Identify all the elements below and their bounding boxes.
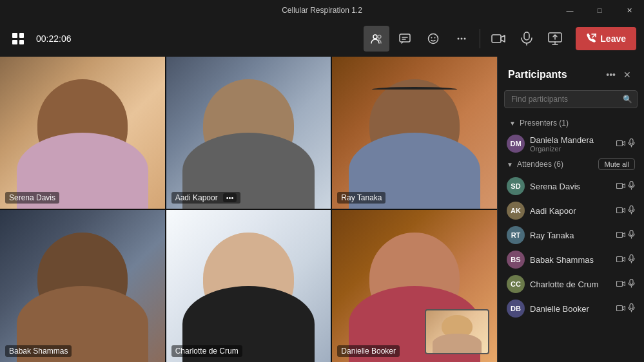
mic-icon-d: [628, 303, 635, 314]
mic-icon: [521, 32, 532, 46]
attendee-name-charlotte: Charlotte de Crum: [530, 280, 611, 289]
mic-icon-c: [628, 279, 635, 290]
svg-rect-34: [630, 138, 633, 144]
svg-rect-39: [617, 207, 623, 213]
video-cell-serena: Serena Davis: [0, 57, 165, 209]
divider: [480, 29, 480, 48]
share-button[interactable]: [542, 26, 568, 52]
leave-label: Leave: [600, 33, 626, 44]
avatar-ray: RT: [507, 226, 525, 244]
attendee-name-serena: Serena Davis: [530, 182, 611, 191]
chat-button[interactable]: [392, 26, 418, 52]
attendee-name-danielle: Danielle Booker: [530, 304, 611, 314]
top-bar: 00:22:06: [0, 21, 644, 57]
attendee-row-aadi[interactable]: AK Aadi Kapoor: [500, 198, 641, 223]
video-label-serena: Serena Davis: [5, 192, 59, 204]
svg-rect-12: [524, 32, 529, 40]
video-cell-babak: Babak Shammas: [0, 210, 165, 362]
minimize-button[interactable]: —: [555, 0, 585, 21]
cam-icon: [616, 139, 625, 149]
attendee-name-ray: Ray Tanaka: [530, 231, 611, 240]
participants-button[interactable]: [364, 26, 389, 52]
mic-icon-s: [628, 181, 635, 192]
cam-icon-b: [616, 255, 625, 265]
svg-rect-51: [617, 305, 623, 310]
mic-icon-p: [628, 138, 635, 149]
reactions-icon: [427, 32, 440, 45]
chat-icon: [398, 32, 411, 45]
search-input[interactable]: [504, 90, 638, 108]
presenter-name-daniela: Daniela Mandera: [530, 135, 611, 145]
app-icon: [8, 28, 28, 49]
main-area: Serena Davis Aadi Kapoor •••: [0, 57, 644, 362]
top-bar-actions: Leave: [364, 26, 636, 52]
window-title: Cellular Respiration 1.2: [282, 6, 362, 15]
video-cell-charlotte: Charlotte de Crum: [166, 210, 331, 362]
attendee-name-babak: Babak Shammas: [530, 255, 611, 265]
window-controls: — □ ✕: [555, 0, 644, 21]
avatar-charlotte: CC: [507, 275, 525, 293]
attendee-row-serena[interactable]: SD Serena Davis: [500, 174, 641, 198]
attendee-row-ray[interactable]: RT Ray Tanaka: [500, 223, 641, 247]
presenter-icons-daniela: [616, 138, 635, 149]
video-label-charlotte: Charlotte de Crum: [171, 345, 242, 357]
sidebar: Participants ••• ✕ 🔍 ▼ Presenters (1) DM: [497, 57, 644, 362]
attendee-row-charlotte[interactable]: CC Charlotte de Crum: [500, 272, 641, 296]
sidebar-header-actions: ••• ✕: [603, 67, 634, 82]
svg-rect-33: [617, 140, 623, 146]
search-icon: 🔍: [623, 95, 632, 104]
cam-icon-a: [616, 206, 625, 216]
svg-rect-46: [630, 254, 633, 260]
svg-rect-43: [630, 230, 633, 235]
avatar-aadi: AK: [507, 202, 525, 220]
aadi-more-button[interactable]: •••: [223, 193, 237, 202]
svg-point-10: [464, 38, 466, 40]
avatar-daniela: DM: [507, 135, 525, 153]
attendee-row-babak[interactable]: BS Babak Shammas: [500, 247, 641, 272]
cam-icon-d: [616, 304, 625, 314]
cam-icon-r: [616, 231, 625, 240]
svg-point-7: [434, 37, 436, 39]
reactions-button[interactable]: [420, 26, 446, 52]
mute-all-button[interactable]: Mute all: [598, 158, 635, 170]
presenters-section-label: ▼ Presenters (1): [500, 116, 641, 131]
svg-rect-2: [400, 34, 410, 42]
svg-point-8: [458, 38, 460, 40]
sidebar-more-button[interactable]: •••: [603, 67, 618, 82]
teams-grid-icon: [12, 33, 24, 44]
presenters-chevron: ▼: [509, 120, 516, 127]
attendee-row-danielle[interactable]: DB Danielle Booker: [500, 296, 641, 321]
attendee-name-aadi: Aadi Kapoor: [530, 206, 611, 216]
cam-icon-s: [616, 182, 625, 191]
video-label-babak: Babak Shammas: [5, 345, 72, 357]
camera-icon: [491, 33, 505, 44]
close-button[interactable]: ✕: [614, 0, 644, 21]
video-grid: Serena Davis Aadi Kapoor •••: [0, 57, 497, 362]
avatar-babak: BS: [507, 251, 525, 269]
participant-list: ▼ Presenters (1) DM Daniela Mandera Orga…: [498, 116, 644, 362]
title-bar: Cellular Respiration 1.2 — □ ✕: [0, 0, 644, 21]
maximize-button[interactable]: □: [585, 0, 614, 21]
camera-button[interactable]: [485, 26, 511, 52]
leave-button[interactable]: Leave: [576, 27, 636, 50]
video-cell-danielle: Danielle Booker: [332, 210, 497, 362]
avatar-danielle: DB: [507, 300, 525, 318]
svg-rect-49: [630, 279, 633, 284]
svg-rect-36: [617, 183, 623, 188]
self-preview: [425, 309, 489, 354]
sidebar-close-button[interactable]: ✕: [621, 67, 634, 82]
attendees-chevron: ▼: [507, 161, 513, 168]
mic-button[interactable]: [514, 26, 540, 52]
svg-point-6: [431, 37, 433, 39]
svg-rect-45: [617, 256, 623, 262]
share-icon: [548, 32, 562, 45]
video-label-danielle: Danielle Booker: [337, 345, 400, 357]
presenter-sub-daniela: Organizer: [530, 145, 611, 153]
presenter-row-daniela[interactable]: DM Daniela Mandera Organizer: [500, 131, 641, 156]
svg-point-1: [378, 35, 381, 39]
video-label-aadi: Aadi Kapoor •••: [171, 192, 241, 204]
more-icon: [455, 32, 468, 45]
video-label-ray: Ray Tanaka: [337, 192, 385, 204]
more-button[interactable]: [449, 26, 474, 52]
svg-point-5: [429, 34, 438, 44]
